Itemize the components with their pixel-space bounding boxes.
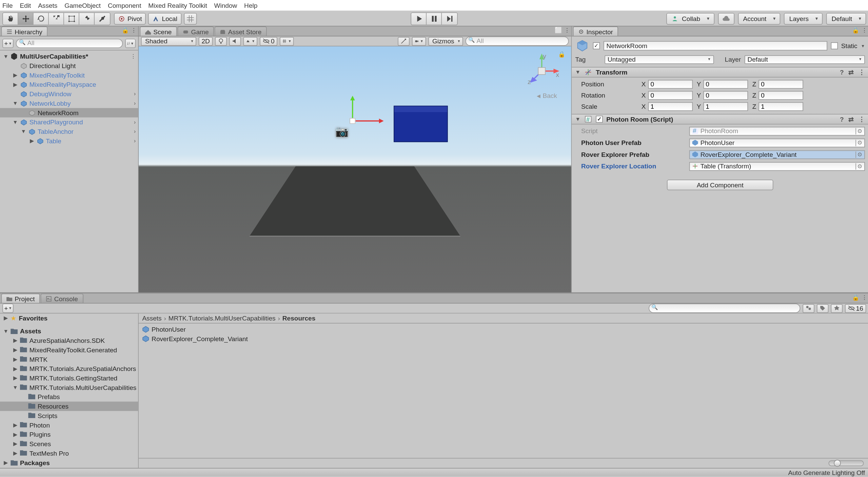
- scene-menu[interactable]: ⋮: [131, 54, 136, 59]
- static-dropdown[interactable]: ▼: [861, 44, 865, 48]
- layer-dropdown[interactable]: Default: [745, 55, 865, 64]
- save-search[interactable]: [831, 304, 843, 313]
- foldout-icon[interactable]: [12, 432, 19, 437]
- hand-tool[interactable]: [3, 13, 18, 24]
- rover-location-field[interactable]: Table (Transform): [689, 162, 865, 170]
- foldout-icon[interactable]: [12, 72, 19, 78]
- folder-item[interactable]: Scenes: [0, 439, 138, 449]
- layers-dropdown[interactable]: Layers: [784, 13, 823, 24]
- hierarchy-search[interactable]: All: [16, 39, 123, 48]
- foldout-icon[interactable]: [12, 366, 19, 372]
- foldout-icon[interactable]: [20, 129, 27, 134]
- folder-item[interactable]: Scripts: [0, 411, 138, 420]
- hierarchy-sort[interactable]: [125, 39, 136, 48]
- help-icon[interactable]: ?: [840, 68, 844, 76]
- foldout-icon[interactable]: [2, 328, 9, 334]
- context-menu-icon[interactable]: ⋮: [862, 294, 867, 300]
- context-menu-icon[interactable]: ⋮: [862, 27, 867, 34]
- 2d-toggle[interactable]: 2D: [199, 37, 213, 45]
- folder-item[interactable]: MRTK: [0, 355, 138, 364]
- assetstore-tab[interactable]: Asset Store: [215, 26, 267, 36]
- custom-tool[interactable]: [95, 13, 110, 24]
- assets-root[interactable]: Assets: [0, 327, 138, 336]
- create-dropdown[interactable]: +: [2, 39, 14, 48]
- hierarchy-item[interactable]: TableAnchor›: [0, 127, 138, 136]
- foldout-icon[interactable]: [2, 315, 9, 321]
- folder-item[interactable]: MRTK.Tutorials.MultiUserCapabilities: [0, 383, 138, 392]
- object-picker[interactable]: [855, 128, 864, 134]
- lock-icon[interactable]: 🔒: [852, 27, 859, 34]
- search-by-type[interactable]: [803, 304, 814, 313]
- foldout-icon[interactable]: [12, 82, 19, 87]
- context-menu-icon[interactable]: ⋮: [131, 27, 137, 34]
- component-menu-icon[interactable]: ⋮: [859, 68, 865, 76]
- favorites-root[interactable]: ★ Favorites: [0, 313, 138, 323]
- console-tab[interactable]: Console: [41, 294, 83, 303]
- scale-tool[interactable]: [49, 13, 64, 24]
- crumb-folder[interactable]: MRTK.Tutorials.MultiUserCapabilities: [169, 315, 276, 322]
- foldout-icon[interactable]: [575, 69, 580, 75]
- folder-item[interactable]: MRTK.Tutorials.AzureSpatialAnchors: [0, 364, 138, 373]
- menu-mrtk[interactable]: Mixed Reality Toolkit: [148, 2, 207, 9]
- transform-header[interactable]: Transform ? ⇄ ⋮: [572, 67, 868, 78]
- z-field[interactable]: [758, 102, 803, 111]
- foldout-icon[interactable]: [12, 450, 19, 456]
- menu-edit[interactable]: Edit: [20, 2, 31, 9]
- step-button[interactable]: [442, 13, 457, 24]
- y-field[interactable]: [703, 102, 748, 111]
- list-item[interactable]: RoverExplorer_Complete_Variant: [142, 334, 865, 344]
- hierarchy-item[interactable]: MixedRealityPlayspace: [0, 80, 138, 89]
- search-by-label[interactable]: [816, 304, 828, 313]
- rect-tool[interactable]: [64, 13, 79, 24]
- pivot-toggle[interactable]: Pivot: [114, 13, 146, 24]
- foldout-icon[interactable]: [12, 347, 19, 353]
- hierarchy-item[interactable]: NetworkLobby›: [0, 99, 138, 108]
- foldout-icon[interactable]: [12, 385, 19, 390]
- lock-icon[interactable]: 🔒: [852, 294, 859, 300]
- cloud-button[interactable]: [718, 13, 734, 24]
- fx-toggle[interactable]: [243, 37, 258, 45]
- camera-toggle[interactable]: [412, 37, 426, 45]
- menu-gameobject[interactable]: GameObject: [64, 2, 101, 9]
- static-checkbox[interactable]: [831, 42, 838, 49]
- perspective-label[interactable]: Back: [537, 92, 557, 99]
- scene-viewport[interactable]: 📷 🔒 y x: [139, 46, 571, 292]
- rotate-tool[interactable]: [34, 13, 49, 24]
- lighting-toggle[interactable]: [215, 37, 227, 45]
- inspector-tab[interactable]: Inspector: [573, 26, 618, 36]
- x-field[interactable]: [648, 102, 693, 111]
- add-component-button[interactable]: Add Component: [667, 180, 774, 190]
- foldout-icon[interactable]: [12, 337, 19, 343]
- collab-dropdown[interactable]: Collab: [667, 13, 714, 24]
- hierarchy-item[interactable]: DebugWindow›: [0, 89, 138, 99]
- packages-root[interactable]: Packages: [0, 458, 138, 468]
- hierarchy-tab[interactable]: Hierarchy: [1, 26, 47, 36]
- project-file-list[interactable]: PhotonUser RoverExplorer_Complete_Varian…: [139, 324, 868, 458]
- folder-item[interactable]: MixedRealityToolkit.Generated: [0, 345, 138, 355]
- foldout-icon[interactable]: [2, 460, 9, 465]
- project-folder-tree[interactable]: ★ Favorites Assets AzureSpatialAnchors.S…: [0, 313, 139, 468]
- draw-mode[interactable]: Shaded: [141, 37, 196, 45]
- help-icon[interactable]: ?: [840, 116, 844, 123]
- object-picker[interactable]: [855, 163, 864, 169]
- hierarchy-tree[interactable]: MultiUserCapabilities* ⋮ Directional Lig…: [0, 50, 138, 292]
- photon-header[interactable]: # Photon Room (Script) ? ⇄ ⋮: [572, 114, 868, 124]
- gizmos-dropdown[interactable]: Gizmos: [428, 37, 463, 45]
- hierarchy-item[interactable]: NetworkRoom: [0, 108, 138, 118]
- gizmo-origin[interactable]: [350, 118, 356, 124]
- y-field[interactable]: [703, 91, 748, 100]
- pause-button[interactable]: [427, 13, 442, 24]
- grid-toggle[interactable]: [280, 37, 294, 45]
- play-button[interactable]: [411, 13, 427, 24]
- preset-icon[interactable]: ⇄: [848, 116, 854, 123]
- object-picker[interactable]: [855, 151, 864, 158]
- z-field[interactable]: [758, 80, 803, 88]
- rover-prefab-field[interactable]: RoverExplorer_Complete_Variant: [689, 150, 865, 159]
- z-field[interactable]: [758, 91, 803, 100]
- active-checkbox[interactable]: [593, 42, 600, 49]
- gameobject-icon[interactable]: [575, 39, 590, 53]
- layout-dropdown[interactable]: Default: [826, 13, 866, 24]
- account-dropdown[interactable]: Account: [738, 13, 781, 24]
- component-menu-icon[interactable]: ⋮: [859, 116, 865, 123]
- y-axis-handle[interactable]: [352, 97, 353, 120]
